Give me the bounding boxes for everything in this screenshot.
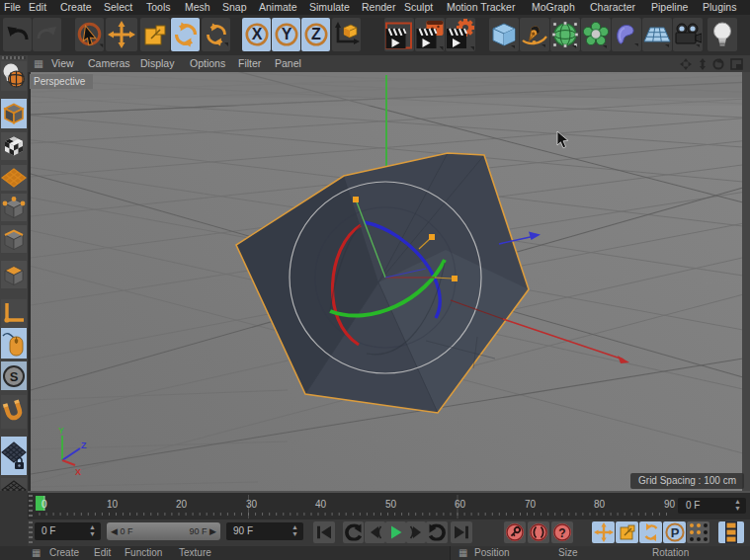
svg-text:10: 10 (107, 499, 119, 510)
svg-text:90: 90 (664, 499, 676, 510)
svg-text:Z: Z (81, 440, 87, 450)
svg-text:30: 30 (246, 499, 258, 510)
svg-text:50: 50 (385, 499, 397, 510)
svg-text:X: X (251, 26, 262, 42)
svg-text:Z: Z (311, 26, 321, 42)
svg-text:S: S (10, 369, 19, 384)
svg-text:X: X (75, 467, 81, 477)
svg-text:40: 40 (315, 499, 327, 510)
svg-text:Y: Y (58, 426, 64, 436)
svg-text:20: 20 (176, 499, 188, 510)
svg-text:70: 70 (525, 499, 537, 510)
svg-text:60: 60 (455, 499, 466, 510)
svg-text:?: ? (558, 526, 565, 540)
svg-text:P: P (670, 525, 679, 540)
svg-text:Y: Y (281, 26, 292, 42)
svg-text:80: 80 (594, 499, 606, 510)
